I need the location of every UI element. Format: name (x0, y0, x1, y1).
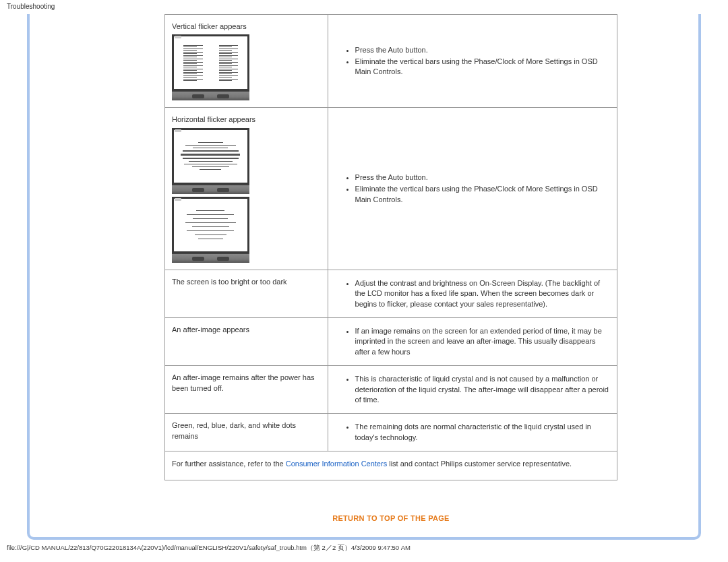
solution-cell: Press the Auto button. Eliminate the ver… (328, 15, 617, 108)
problem-cell: Vertical flicker appears (165, 15, 328, 108)
list-item: The remaining dots are normal characteri… (355, 422, 610, 443)
page-header: Troubleshooting (0, 0, 728, 13)
horizontal-flicker-icon (174, 130, 247, 183)
footer-prefix: For further assistance, refer to the (172, 460, 286, 468)
problem-cell: An after-image appears (165, 317, 328, 365)
table-row: Horizontal flicker appears (165, 108, 617, 270)
table-row: Vertical flicker appears Press the (165, 15, 617, 108)
vertical-flicker-icon (174, 36, 247, 89)
solution-list: Press the Auto button. Eliminate the ver… (335, 45, 610, 77)
page-frame: Vertical flicker appears Press the (27, 14, 701, 540)
table-row: The screen is too bright or too dark Adj… (165, 270, 617, 317)
solution-cell: Press the Auto button. Eliminate the ver… (328, 108, 617, 270)
footer-note: For further assistance, refer to the Con… (164, 451, 617, 480)
troubleshooting-table: Vertical flicker appears Press the (164, 14, 617, 451)
solution-cell: Adjust the contrast and brightness on On… (328, 270, 617, 317)
problem-cell: Green, red, blue, dark, and white dots r… (165, 414, 328, 451)
list-item: Press the Auto button. (355, 173, 610, 183)
solution-list: Press the Auto button. Eliminate the ver… (335, 173, 610, 205)
solution-list: Adjust the contrast and brightness on On… (335, 278, 610, 309)
solution-list: If an image remains on the screen for an… (335, 326, 610, 357)
problem-cell: The screen is too bright or too dark (165, 270, 328, 317)
monitor-illustration-vertical (172, 34, 249, 100)
table-row: An after-image remains after the power h… (165, 366, 617, 414)
return-to-top-link[interactable]: RETURN TO TOP OF THE PAGE (164, 514, 617, 522)
table-row: An after-image appears If an image remai… (165, 317, 617, 365)
monitor-illustration-horizontal-a (172, 128, 249, 194)
content-area: Vertical flicker appears Press the (164, 14, 617, 522)
solution-cell: If an image remains on the screen for an… (328, 317, 617, 365)
file-path-status: file:///G|/CD MANUAL/22/813/Q70G22018134… (0, 540, 728, 557)
table-row: Green, red, blue, dark, and white dots r… (165, 414, 617, 451)
list-item: Eliminate the vertical bars using the Ph… (355, 184, 610, 205)
list-item: Eliminate the vertical bars using the Ph… (355, 57, 610, 77)
list-item: This is characteristic of liquid crystal… (355, 374, 610, 405)
problem-text: Vertical flicker appears (172, 22, 321, 32)
solution-list: This is characteristic of liquid crystal… (335, 374, 610, 405)
list-item: Adjust the contrast and brightness on On… (355, 278, 610, 309)
solution-cell: This is characteristic of liquid crystal… (328, 366, 617, 414)
solution-cell: The remaining dots are normal characteri… (328, 414, 617, 451)
monitor-illustration-horizontal-b (172, 197, 249, 263)
problem-text: Horizontal flicker appears (172, 115, 321, 125)
solution-list: The remaining dots are normal characteri… (335, 422, 610, 443)
consumer-info-link[interactable]: Consumer Information Centers (286, 460, 387, 468)
horizontal-flicker-icon (174, 199, 247, 251)
problem-cell: An after-image remains after the power h… (165, 366, 328, 414)
list-item: If an image remains on the screen for an… (355, 326, 610, 357)
list-item: Press the Auto button. (355, 45, 610, 55)
problem-cell: Horizontal flicker appears (165, 108, 328, 270)
footer-suffix: list and contact Philips customer servic… (387, 460, 572, 468)
